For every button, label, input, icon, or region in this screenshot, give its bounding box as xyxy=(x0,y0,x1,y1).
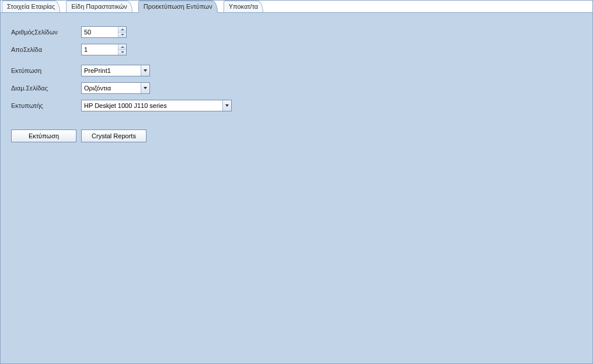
from-page-down-button[interactable] xyxy=(118,50,126,55)
tab-branches[interactable]: Υποκατ/τα xyxy=(224,1,264,12)
chevron-down-icon xyxy=(144,69,147,72)
print-form-value: PrePrint1 xyxy=(82,65,141,76)
crystal-reports-button[interactable]: Crystal Reports xyxy=(81,130,146,142)
label-printer: Εκτυπωτής xyxy=(11,102,81,109)
num-pages-stepper[interactable] xyxy=(81,26,127,38)
printer-select[interactable]: HP Deskjet 1000 J110 series xyxy=(81,100,232,111)
chevron-up-icon xyxy=(121,46,124,48)
num-pages-input[interactable] xyxy=(82,27,118,37)
printer-value: HP Deskjet 1000 J110 series xyxy=(82,100,222,111)
chevron-up-icon xyxy=(121,29,124,30)
chevron-down-icon xyxy=(121,51,124,53)
num-pages-down-button[interactable] xyxy=(118,32,126,38)
num-pages-up-button[interactable] xyxy=(118,27,126,32)
label-print-form: Εκτύπωση xyxy=(11,67,81,74)
tab-bar: Στοιχεία Εταιρίας Είδη Παραστατικών Προε… xyxy=(1,1,592,13)
page-layout-select[interactable]: Οριζόντια xyxy=(81,82,150,94)
tab-preprint-forms[interactable]: Προεκτύπωση Εντύπων xyxy=(138,1,218,13)
tab-company-info[interactable]: Στοιχεία Εταιρίας xyxy=(2,1,60,12)
print-button[interactable]: Εκτύπωση xyxy=(11,130,76,142)
page-layout-dropdown-button[interactable] xyxy=(141,83,149,93)
from-page-input[interactable] xyxy=(82,44,118,55)
from-page-stepper[interactable] xyxy=(81,44,127,55)
print-form-select[interactable]: PrePrint1 xyxy=(81,65,150,76)
print-form-dropdown-button[interactable] xyxy=(141,65,149,76)
label-from-page: ΑποΣελίδα xyxy=(11,46,81,53)
page-layout-value: Οριζόντια xyxy=(82,83,141,93)
chevron-down-icon xyxy=(144,87,147,89)
printer-dropdown-button[interactable] xyxy=(222,100,231,111)
label-num-pages: ΑριθμόςΣελίδων xyxy=(11,29,81,36)
chevron-down-icon xyxy=(225,104,229,107)
from-page-up-button[interactable] xyxy=(118,44,126,50)
label-page-layout: Διαμ.Σελίδας xyxy=(11,85,81,92)
chevron-down-icon xyxy=(121,34,124,36)
tab-content: ΑριθμόςΣελίδων ΑποΣελίδα Εκτύπωση xyxy=(1,13,592,363)
app-window: Στοιχεία Εταιρίας Είδη Παραστατικών Προε… xyxy=(0,0,593,364)
tab-document-types[interactable]: Είδη Παραστατικών xyxy=(66,1,132,12)
